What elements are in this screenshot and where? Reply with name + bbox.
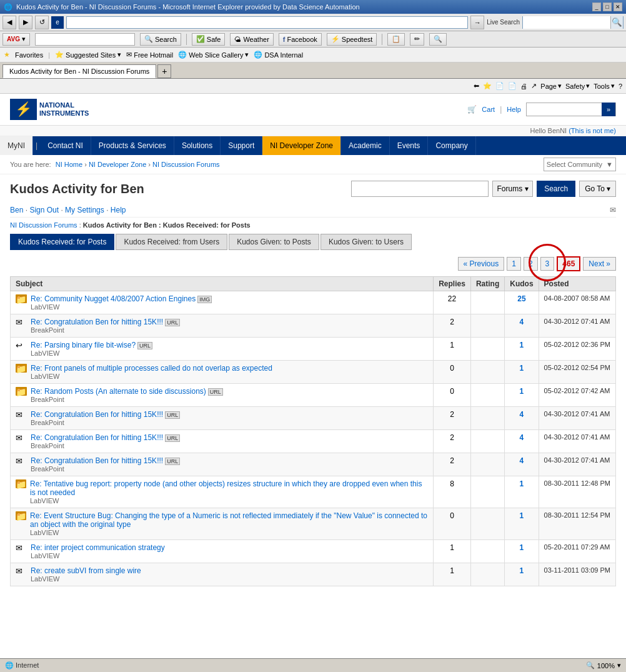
kudos-cell: 25 [505, 291, 539, 314]
post-subject-link[interactable]: Re: Congratulation Ben for hitting 15K!!… [31, 410, 180, 419]
next-button[interactable]: Next » [583, 257, 616, 271]
new-tab-button[interactable]: + [157, 64, 171, 78]
hotmail-link[interactable]: ✉ Free Hotmail [126, 51, 173, 59]
help-button[interactable]: ? [619, 83, 622, 90]
maximize-button[interactable]: □ [603, 3, 612, 11]
kudos-link[interactable]: 1 [520, 479, 524, 488]
dsa-link[interactable]: 🌐 DSA Internal [254, 51, 303, 59]
minimize-button[interactable]: _ [592, 3, 601, 11]
kudos-link[interactable]: 25 [517, 294, 525, 303]
bc-link-forums[interactable]: NI Discussion Forums [152, 161, 220, 168]
nav-item-support[interactable]: Support [221, 136, 262, 155]
address-input[interactable]: http://forums.ni.com/t5/kudos/userpage/u… [66, 16, 468, 29]
avg-input[interactable] [35, 33, 135, 46]
live-search-input[interactable] [523, 16, 610, 29]
forum-root-link[interactable]: NI Discussion Forums [10, 221, 77, 229]
kudos-link[interactable]: 4 [520, 318, 524, 326]
toolbar-extra-3[interactable]: 🔍 [429, 33, 447, 46]
speedtest-button[interactable]: ⚡ Speedtest [327, 33, 377, 46]
nav-item-contact[interactable]: Contact NI [40, 136, 91, 155]
nav-item-solutions[interactable]: Solutions [174, 136, 221, 155]
kudos-link[interactable]: 1 [520, 341, 524, 349]
forward-button[interactable]: ▶ [19, 16, 32, 29]
close-button[interactable]: ✕ [614, 3, 622, 11]
nav-item-events[interactable]: Events [390, 136, 429, 155]
kudos-link[interactable]: 1 [520, 364, 524, 373]
post-subject-link[interactable]: Re: Tentative bug report: property node … [30, 479, 422, 497]
breadcrumb-bar: You are here: NI Home › NI Developer Zon… [0, 155, 626, 174]
facebook-button[interactable]: f Facebook [279, 33, 322, 46]
goto-button[interactable]: Go To ▾ [579, 181, 616, 197]
toolbar-extra-2[interactable]: ✏ [410, 33, 424, 46]
kudos-link[interactable]: 1 [520, 511, 524, 520]
help-link[interactable]: Help [507, 106, 521, 113]
forums-dropdown[interactable]: Forums ▾ [492, 181, 533, 197]
nav-label-company: Company [435, 141, 467, 150]
page-1-button[interactable]: 1 [507, 257, 521, 271]
weather-button[interactable]: 🌤 Weather [230, 33, 273, 46]
header-search-button[interactable]: » [602, 103, 615, 116]
kudos-link[interactable]: 4 [520, 410, 524, 419]
tab-kudos-given-users[interactable]: Kudos Given: to Users [320, 234, 412, 250]
page-3-button[interactable]: 3 [540, 257, 555, 271]
nav-item-company[interactable]: Company [428, 136, 475, 155]
bc-link-home[interactable]: NI Home [56, 161, 82, 168]
post-subject-link[interactable]: Re: Community Nugget 4/08/2007 Action En… [31, 294, 212, 303]
user-link-signout[interactable]: Sign Out [29, 206, 59, 214]
post-subject-link[interactable]: Re: Front panels of multiple processes c… [31, 364, 272, 373]
suggested-sites-link[interactable]: ⭐ Suggested Sites ▾ [55, 51, 121, 59]
safe-button[interactable]: ✅ Safe [192, 33, 226, 46]
kudos-cell: 4 [505, 314, 539, 338]
user-link-ben[interactable]: Ben [10, 206, 23, 214]
nav-item-nidev[interactable]: NI Developer Zone [262, 136, 341, 155]
user-link-help[interactable]: Help [111, 206, 126, 214]
post-subject-link[interactable]: Re: create subVI from single wire [31, 566, 141, 575]
select-community-dropdown[interactable]: Select Community ▼ [544, 158, 616, 171]
table-row: 📁 Re: Tentative bug report: property nod… [11, 476, 434, 508]
kudos-link[interactable]: 4 [520, 433, 524, 442]
toolbar-extra-1[interactable]: 📋 [387, 33, 405, 46]
search-button[interactable]: Search [537, 181, 575, 197]
nav-item-academic[interactable]: Academic [341, 136, 390, 155]
bc-link-devzone[interactable]: NI Developer Zone [89, 161, 146, 168]
webslice-link[interactable]: 🌐 Web Slice Gallery ▾ [178, 51, 249, 59]
tab-kudos-received-posts[interactable]: Kudos Received: for Posts [10, 234, 114, 250]
go-button[interactable]: → [470, 16, 484, 29]
tools-dropdown-button[interactable]: Tools ▾ [594, 82, 615, 90]
page-2-button[interactable]: 2 [524, 257, 538, 271]
post-subject-link[interactable]: Re: Congratulation Ben for hitting 15K!!… [31, 318, 180, 326]
prev-button[interactable]: « Previous [458, 257, 505, 271]
post-subject-link[interactable]: Re: Congratulation Ben for hitting 15K!!… [31, 433, 180, 442]
kudos-link[interactable]: 1 [520, 543, 524, 552]
post-subject-link[interactable]: Re: Random Posts (An alternate to side d… [31, 387, 223, 396]
cart-link[interactable]: Cart [482, 106, 495, 113]
not-me-link[interactable]: (This is not me) [569, 127, 616, 134]
search-toolbar-button[interactable]: 🔍 Search [140, 33, 181, 46]
kudos-link[interactable]: 4 [520, 456, 524, 465]
badge-img: IMG [197, 296, 212, 303]
refresh-button[interactable]: ↺ [35, 16, 49, 29]
safety-dropdown-button[interactable]: Safety ▾ [565, 82, 590, 90]
avg-button[interactable]: AVG ▾ [2, 33, 30, 46]
kudos-link[interactable]: 1 [520, 566, 524, 575]
nav-item-products[interactable]: Products & Services [91, 136, 174, 155]
tab-main[interactable]: Kudos Activity for Ben - NI Discussion F… [2, 64, 156, 78]
post-subject-link[interactable]: Re: Event Structure Bug: Changing the ty… [30, 511, 427, 529]
search-input[interactable] [351, 181, 489, 197]
goto-label: Go To [585, 184, 605, 193]
live-search-button[interactable]: 🔍 [610, 16, 623, 29]
tab-kudos-given-posts[interactable]: Kudos Given: to Posts [229, 234, 319, 250]
back-button[interactable]: ◀ [2, 16, 16, 29]
user-link-settings[interactable]: My Settings [65, 206, 104, 214]
header-search-input[interactable] [527, 106, 602, 113]
page-toolbar: ⬅ ⭐ 📄 📄 🖨 ↗ Page ▾ Safety ▾ Tools ▾ ? [0, 79, 626, 94]
favorites-label[interactable]: Favorites [15, 51, 43, 59]
page-465-button[interactable]: 465 [557, 256, 580, 271]
nav-item-myni[interactable]: MyNI [0, 136, 33, 155]
tab-kudos-received-users[interactable]: Kudos Received: from Users [116, 234, 227, 250]
kudos-link[interactable]: 1 [520, 387, 524, 396]
post-subject-link[interactable]: Re: Congratulation Ben for hitting 15K!!… [31, 456, 180, 465]
post-subject-link[interactable]: Re: Parsing binary file bit-wise?URL [31, 341, 152, 349]
post-subject-link[interactable]: Re: inter project communication strategy [31, 543, 165, 552]
page-dropdown-button[interactable]: Page ▾ [540, 82, 562, 90]
